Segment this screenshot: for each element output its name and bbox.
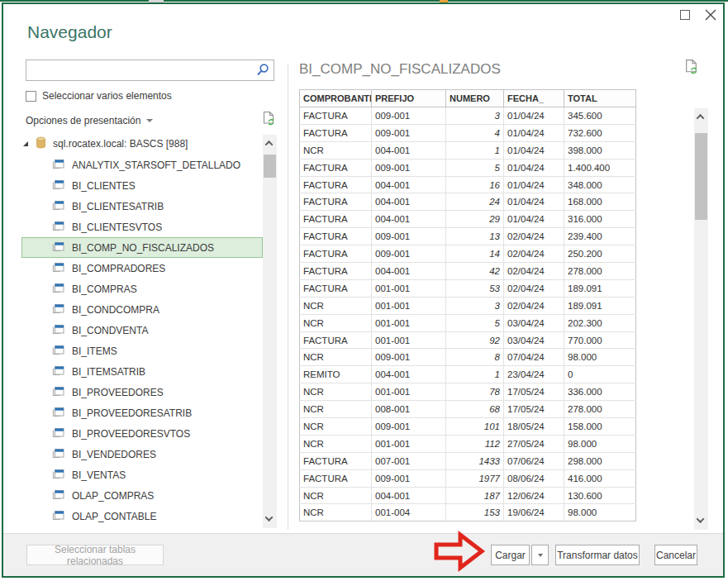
preview-scrollbar[interactable]: [694, 108, 708, 530]
tree-root-database[interactable]: sql.rocatex.local: BASCS [988]: [21, 135, 263, 153]
refresh-list-icon[interactable]: [262, 111, 276, 130]
tree-item-bi_compradores[interactable]: BI_COMPRADORES: [21, 258, 263, 279]
scrollbar-thumb[interactable]: [695, 133, 707, 220]
tree-item-bi_clientesatrib[interactable]: BI_CLIENTESATRIB: [21, 196, 263, 217]
tree-item-bi_clientesvtos[interactable]: BI_CLIENTESVTOS: [21, 217, 263, 237]
chevron-down-icon: [538, 554, 543, 557]
table-cell: FACTURA: [300, 279, 372, 297]
table-row: NCR009-001807/04/2498.000: [300, 349, 636, 366]
table-cell: FACTURA: [300, 452, 372, 469]
table-icon: [52, 344, 64, 359]
table-cell: FACTURA: [300, 193, 372, 211]
expand-triangle-icon[interactable]: [23, 141, 28, 146]
table-cell: 12/06/24: [504, 487, 564, 504]
table-cell: 348.000: [564, 176, 636, 193]
tree-item-bi_condcompra[interactable]: BI_CONDCOMPRA: [21, 299, 263, 320]
table-cell: 5: [446, 314, 504, 331]
multi-select-checkbox-row[interactable]: Seleccionar varios elementos: [26, 90, 172, 102]
table-cell: 1: [446, 141, 504, 159]
table-cell: 5: [446, 159, 504, 176]
table-cell: 009-001: [372, 245, 446, 263]
display-options-dropdown[interactable]: Opciones de presentación: [26, 115, 140, 126]
tree-item-bi_compras[interactable]: BI_COMPRAS: [21, 279, 263, 299]
table-cell: NCR: [300, 383, 372, 401]
table-cell: 01/04/24: [504, 176, 564, 193]
table-cell: 187: [446, 487, 504, 504]
maximize-icon[interactable]: [680, 10, 690, 20]
chevron-down-icon[interactable]: [146, 119, 153, 122]
dialog-title: Navegador: [27, 22, 112, 42]
table-cell: FACTURA: [300, 228, 372, 245]
tree-scrollbar[interactable]: [263, 135, 277, 528]
search-input[interactable]: [26, 60, 255, 80]
table-cell: 0: [564, 366, 636, 383]
tree-item-olap_compras[interactable]: OLAP_COMPRAS: [21, 485, 263, 506]
refresh-preview-icon[interactable]: [684, 59, 699, 79]
table-cell: NCR: [300, 401, 372, 418]
scroll-down-icon[interactable]: [697, 517, 704, 524]
table-cell: FACTURA: [300, 211, 372, 228]
table-cell: 01/04/24: [504, 107, 564, 125]
table-icon: [52, 426, 64, 441]
table-cell: 17/05/24: [504, 401, 564, 418]
scroll-up-icon[interactable]: [266, 140, 273, 147]
column-header-fecha_: FECHA_: [504, 90, 564, 107]
tree-item-bi_clientes[interactable]: BI_CLIENTES: [21, 175, 263, 196]
table-cell: 250.200: [564, 245, 636, 263]
table-row: NCR004-001101/04/24398.000: [300, 141, 636, 159]
tree-item-label: OLAP_CONTABLE: [72, 511, 156, 522]
table-cell: NCR: [300, 504, 372, 521]
checkbox-icon[interactable]: [26, 91, 36, 102]
load-button[interactable]: Cargar: [491, 545, 530, 565]
tree-item-label: OLAP_COMPRAS: [72, 490, 154, 502]
tree-item-bi_ventas[interactable]: BI_VENTAS: [21, 464, 263, 485]
tree-item-bi_proveedoresatrib[interactable]: BI_PROVEEDORESATRIB: [21, 402, 263, 423]
table-icon: [52, 282, 64, 297]
tree-item-bi_condventa[interactable]: BI_CONDVENTA: [21, 320, 263, 341]
table-cell: 004-001: [372, 176, 446, 193]
tree-item-label: BI_ITEMS: [72, 345, 117, 357]
tree-item-bi_proveedores[interactable]: BI_PROVEEDORES: [21, 382, 263, 402]
scrollbar-thumb[interactable]: [264, 155, 276, 178]
table-icon: [52, 488, 64, 503]
table-cell: 008-001: [372, 401, 446, 418]
preview-title: BI_COMP_NO_FISCALIZADOS: [299, 61, 501, 78]
tree-item-label: ANALYTIX_STARSOFT_DETALLADO: [72, 160, 240, 171]
table-icon: [52, 509, 64, 524]
cancel-button[interactable]: Cancelar: [654, 545, 697, 565]
tree-item-analytix_starsoft_detallado[interactable]: ANALYTIX_STARSOFT_DETALLADO: [21, 155, 263, 175]
table-cell: 01/04/24: [504, 124, 564, 141]
table-cell: 68: [446, 401, 504, 418]
load-dropdown-button[interactable]: [531, 545, 549, 565]
tree-item-label: BI_CLIENTES: [72, 180, 136, 192]
scroll-up-icon[interactable]: [697, 114, 704, 121]
transform-data-button[interactable]: Transformar datos: [555, 545, 640, 565]
close-icon[interactable]: [705, 9, 716, 21]
table-cell: REMITO: [300, 366, 372, 383]
table-row: NCR001-001503/04/24202.300: [300, 314, 636, 331]
scroll-down-icon[interactable]: [266, 516, 273, 522]
table-cell: 02/04/24: [504, 279, 564, 297]
search-icon[interactable]: [255, 63, 270, 78]
table-cell: 01/04/24: [504, 193, 564, 211]
table-cell: 02/04/24: [504, 245, 564, 263]
tree-item-bi_comp_no_fiscalizados[interactable]: BI_COMP_NO_FISCALIZADOS: [21, 237, 263, 258]
table-row: FACTURA001-0019203/04/24770.000: [300, 331, 636, 349]
tree-item-bi_itemsatrib[interactable]: BI_ITEMSATRIB: [21, 361, 263, 382]
select-related-tables-button[interactable]: Seleccionar tablas relacionadas: [26, 545, 164, 565]
tree-item-bi_items[interactable]: BI_ITEMS: [21, 341, 263, 361]
table-cell: 42: [446, 263, 504, 280]
table-cell: 07/04/24: [504, 349, 564, 366]
table-cell: 101: [446, 418, 504, 436]
table-cell: 278.000: [564, 401, 636, 418]
background-artifact: [0, 0, 728, 2]
table-cell: 009-001: [372, 124, 446, 141]
tree-item-olap_contable[interactable]: OLAP_CONTABLE: [21, 506, 263, 526]
table-row: FACTURA004-0012901/04/24316.000: [300, 211, 636, 228]
table-cell: NCR: [300, 297, 372, 314]
table-cell: 007-001: [372, 452, 446, 469]
table-icon: [52, 158, 64, 173]
tree-item-bi_vendedores[interactable]: BI_VENDEDORES: [21, 444, 263, 464]
table-cell: 732.600: [564, 124, 636, 141]
tree-item-bi_proveedoresvtos[interactable]: BI_PROVEEDORESVTOS: [21, 423, 263, 444]
